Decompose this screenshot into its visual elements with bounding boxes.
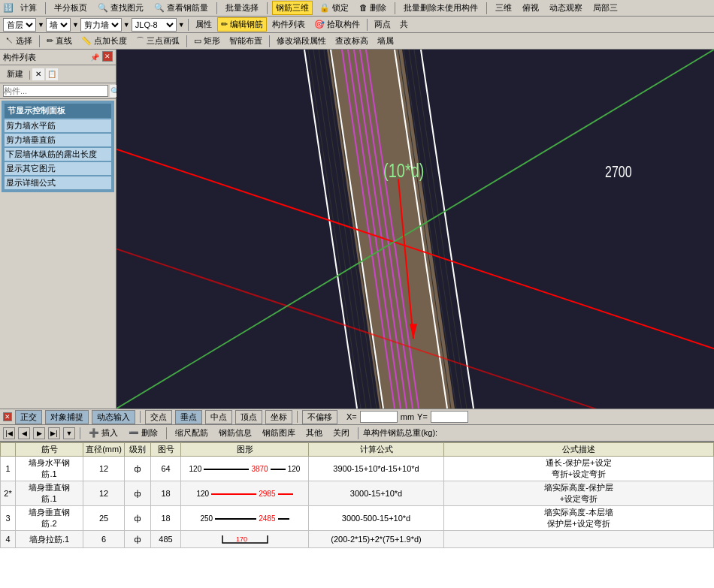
wall-attr-btn[interactable]: 墙属 xyxy=(374,34,398,48)
find-elem-btn[interactable]: 🔍 查找图元 xyxy=(94,1,147,15)
pin-btn[interactable]: 📌 xyxy=(89,51,101,63)
row-grade: ф xyxy=(125,531,151,548)
col-shape-num: 图号 xyxy=(151,443,181,457)
subtype-arrow: ▼ xyxy=(123,21,130,29)
row-diameter: 12 xyxy=(83,457,125,481)
query-elevation-btn[interactable]: 查改标高 xyxy=(331,34,372,48)
top-view-btn[interactable]: 俯视 xyxy=(519,1,543,15)
close-panel-btn[interactable]: ✕ xyxy=(102,51,113,62)
add-length-btn[interactable]: 📏 点加长度 xyxy=(77,34,131,48)
row-name: 墙身垂直钢筋.2 xyxy=(16,506,83,531)
delete-item-btn[interactable]: ✕ xyxy=(32,68,44,80)
rebar-info-btn[interactable]: 钢筋信息 xyxy=(215,426,256,440)
two-point-btn[interactable]: 两点 xyxy=(371,17,395,32)
row-formula: 3000-15+10*d xyxy=(309,481,444,506)
control-item-3[interactable]: 显示其它图元 xyxy=(5,162,111,175)
perpendicular-btn[interactable]: 垂点 xyxy=(175,410,202,424)
dynamic-input-btn[interactable]: 动态输入 xyxy=(92,410,135,424)
scale-rebar-btn[interactable]: 缩尺配筋 xyxy=(171,426,212,440)
first-btn[interactable]: |◀ xyxy=(3,427,15,439)
row-shape: 120 2985 xyxy=(181,481,309,506)
3d-btn[interactable]: 三维 xyxy=(492,1,516,15)
insert-btn[interactable]: ➕ 插入 xyxy=(85,426,122,440)
table-row: 1 墙身水平钢筋.1 12 ф 64 120 3870 120 3900-15+… xyxy=(1,457,714,481)
id-select[interactable]: JLQ-8 xyxy=(132,18,177,32)
row-name: 墙身垂直钢筋.1 xyxy=(16,481,83,506)
canvas-area[interactable]: (10*d) 2985 墙实际高度-保护层+设定弯折 3000-15+10*d … xyxy=(116,50,714,409)
batch-select-btn[interactable]: 批量选择 xyxy=(222,1,262,15)
panel-title: 构件列表 xyxy=(3,52,36,63)
col-diameter: 直径(mm) xyxy=(83,443,125,457)
no-offset-btn[interactable]: 不偏移 xyxy=(302,410,337,424)
close-rebar-btn[interactable]: 关闭 xyxy=(329,426,353,440)
rebar-lib-btn[interactable]: 钢筋图库 xyxy=(259,426,299,440)
vertex-btn[interactable]: 顶点 xyxy=(235,410,262,424)
others-btn[interactable]: 其他 xyxy=(302,426,326,440)
intersection-btn[interactable]: 交点 xyxy=(145,410,172,424)
midpoint-btn[interactable]: 中点 xyxy=(205,410,232,424)
control-item-4[interactable]: 显示详细公式 xyxy=(5,176,111,189)
dynamic-view-btn[interactable]: 动态观察 xyxy=(546,1,586,15)
y-input[interactable] xyxy=(431,411,468,423)
component-list-btn[interactable]: 构件列表 xyxy=(268,17,309,32)
control-item-1[interactable]: 剪力墙垂直筋 xyxy=(5,134,111,146)
arc-btn[interactable]: ⌒ 三点画弧 xyxy=(132,34,183,48)
property-btn[interactable]: 属性 xyxy=(192,17,216,32)
total-weight-label: 单构件钢筋总重(kg): xyxy=(363,427,437,439)
row-name: 墙身水平钢筋.1 xyxy=(16,457,83,481)
element-type-select[interactable]: 墙 xyxy=(46,18,71,32)
layer-select[interactable]: 首层 xyxy=(3,18,36,32)
orthogonal-btn[interactable]: 正交 xyxy=(15,410,42,424)
view-rebar-btn[interactable]: 🔍 查看钢筋量 xyxy=(150,1,212,15)
row-index: 3 xyxy=(1,506,16,531)
row-shape-num: 64 xyxy=(151,457,181,481)
subtype-select[interactable]: 剪力墙 xyxy=(80,18,122,32)
layer-header: 首层 ▼ 墙 ▼ 剪力墙 ▼ JLQ-8 ▼ 属性 ✏ 编辑钢筋 构件列表 🎯 … xyxy=(0,17,714,33)
pick-component-btn[interactable]: 🎯 拾取构件 xyxy=(310,17,364,32)
rebar-nav-toolbar: |◀ ◀ ▶ ▶| ▼ ➕ 插入 ➖ 删除 缩尺配筋 钢筋信息 钢筋图库 其他 … xyxy=(0,425,714,442)
line-btn[interactable]: ✏ 直线 xyxy=(43,34,76,48)
row-desc: 墙实际高度-本层墙保护层+设定弯折 xyxy=(444,506,714,531)
delete-btn[interactable]: 🗑 删除 xyxy=(355,1,390,15)
smart-place-btn[interactable]: 智能布置 xyxy=(225,34,266,48)
search-input[interactable] xyxy=(3,85,108,97)
row-diameter: 6 xyxy=(83,531,125,548)
col-grade: 级别 xyxy=(125,443,151,457)
rebar-3d-btn[interactable]: 钢筋三维 xyxy=(272,1,313,15)
new-btn[interactable]: 新建 xyxy=(3,67,27,81)
close-status-btn[interactable]: ✕ xyxy=(3,412,12,421)
prev-btn[interactable]: ◀ xyxy=(18,427,30,439)
row-shape-num: 18 xyxy=(151,481,181,506)
down-btn[interactable]: ▼ xyxy=(63,427,75,439)
rect-btn[interactable]: ▭ 矩形 xyxy=(190,34,224,48)
row-index: 2* xyxy=(1,481,16,506)
draw-toolbar: ↖ 选择 ✏ 直线 📏 点加长度 ⌒ 三点画弧 ▭ 矩形 智能布置 修改墙段属性… xyxy=(0,33,714,50)
id-arrow: ▼ xyxy=(178,21,185,29)
coord-btn[interactable]: 坐标 xyxy=(265,410,292,424)
copy-btn[interactable]: 📋 xyxy=(46,68,58,80)
svg-text:2700: 2700 xyxy=(605,163,632,181)
common-btn[interactable]: 共 xyxy=(396,17,412,32)
local-view-btn[interactable]: 局部三 xyxy=(589,1,622,15)
batch-delete-btn[interactable]: 批量删除未使用构件 xyxy=(400,1,482,15)
next-btn[interactable]: ▶ xyxy=(33,427,45,439)
control-item-2[interactable]: 下层墙体纵筋的露出长度 xyxy=(5,148,111,161)
del-row-btn[interactable]: ➖ 删除 xyxy=(125,426,162,440)
x-label: X= xyxy=(346,412,357,421)
calc-btn[interactable]: 计算 xyxy=(17,1,41,15)
rebar-table: 筋号 直径(mm) 级别 图号 图形 计算公式 公式描述 1 墙身水平钢筋.1 … xyxy=(0,442,714,588)
x-input[interactable] xyxy=(360,411,398,423)
modify-wall-prop-btn[interactable]: 修改墙段属性 xyxy=(273,34,330,48)
row-shape-num: 485 xyxy=(151,531,181,548)
row-formula: 3000-500-15+10*d xyxy=(309,506,444,531)
control-item-0[interactable]: 剪力墙水平筋 xyxy=(5,119,111,132)
select-btn[interactable]: ↖ 选择 xyxy=(2,34,36,48)
rebar-data-table: 筋号 直径(mm) 级别 图号 图形 计算公式 公式描述 1 墙身水平钢筋.1 … xyxy=(0,442,714,548)
row-grade: ф xyxy=(125,506,151,531)
half-view-btn[interactable]: 半分板页 xyxy=(50,1,91,15)
edit-rebar-btn[interactable]: ✏ 编辑钢筋 xyxy=(217,17,267,32)
last-btn[interactable]: ▶| xyxy=(48,427,60,439)
row-shape: 250 2485 xyxy=(181,506,309,531)
object-snap-btn[interactable]: 对象捕捉 xyxy=(45,410,89,424)
lock-btn[interactable]: 🔒 锁定 xyxy=(316,1,352,15)
